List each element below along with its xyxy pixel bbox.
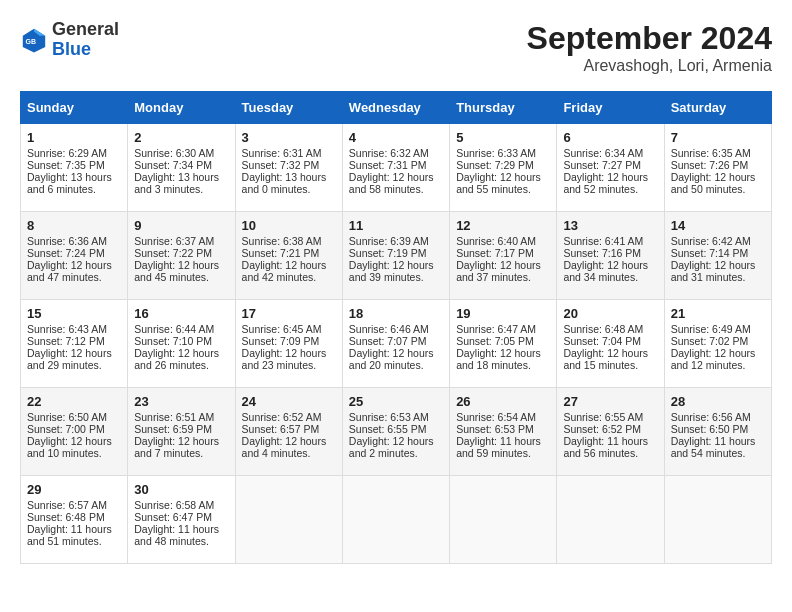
day-info-line: Sunrise: 6:55 AM — [563, 411, 657, 423]
day-info-line: Daylight: 12 hours — [671, 347, 765, 359]
calendar-cell: 8Sunrise: 6:36 AMSunset: 7:24 PMDaylight… — [21, 212, 128, 300]
day-number: 30 — [134, 482, 228, 497]
col-header-wednesday: Wednesday — [342, 92, 449, 124]
day-number: 24 — [242, 394, 336, 409]
day-info-line: and 59 minutes. — [456, 447, 550, 459]
col-header-tuesday: Tuesday — [235, 92, 342, 124]
day-info-line: and 56 minutes. — [563, 447, 657, 459]
calendar-cell: 19Sunrise: 6:47 AMSunset: 7:05 PMDayligh… — [450, 300, 557, 388]
day-info-line: Sunset: 7:21 PM — [242, 247, 336, 259]
calendar-cell: 11Sunrise: 6:39 AMSunset: 7:19 PMDayligh… — [342, 212, 449, 300]
day-info-line: Sunrise: 6:48 AM — [563, 323, 657, 335]
calendar-cell: 13Sunrise: 6:41 AMSunset: 7:16 PMDayligh… — [557, 212, 664, 300]
day-info-line: Sunrise: 6:35 AM — [671, 147, 765, 159]
day-info-line: and 54 minutes. — [671, 447, 765, 459]
day-number: 20 — [563, 306, 657, 321]
day-info-line: Sunset: 6:47 PM — [134, 511, 228, 523]
day-info-line: Daylight: 12 hours — [456, 259, 550, 271]
day-info-line: Sunrise: 6:49 AM — [671, 323, 765, 335]
day-info-line: Sunset: 7:16 PM — [563, 247, 657, 259]
day-number: 22 — [27, 394, 121, 409]
calendar-cell: 24Sunrise: 6:52 AMSunset: 6:57 PMDayligh… — [235, 388, 342, 476]
day-info-line: and 55 minutes. — [456, 183, 550, 195]
day-info-line: and 45 minutes. — [134, 271, 228, 283]
page-header: GB General Blue September 2024 Arevashog… — [20, 20, 772, 75]
day-info-line: Daylight: 12 hours — [27, 259, 121, 271]
day-info-line: Sunset: 6:57 PM — [242, 423, 336, 435]
day-number: 5 — [456, 130, 550, 145]
day-info-line: Sunset: 7:32 PM — [242, 159, 336, 171]
day-number: 26 — [456, 394, 550, 409]
day-info-line: Sunset: 7:31 PM — [349, 159, 443, 171]
day-info-line: Sunrise: 6:39 AM — [349, 235, 443, 247]
day-info-line: and 34 minutes. — [563, 271, 657, 283]
day-info-line: Daylight: 11 hours — [134, 523, 228, 535]
day-info-line: Sunset: 7:07 PM — [349, 335, 443, 347]
day-info-line: Daylight: 12 hours — [242, 435, 336, 447]
calendar-cell: 25Sunrise: 6:53 AMSunset: 6:55 PMDayligh… — [342, 388, 449, 476]
day-info-line: Sunrise: 6:46 AM — [349, 323, 443, 335]
day-info-line: Sunset: 7:35 PM — [27, 159, 121, 171]
day-info-line: Sunset: 7:04 PM — [563, 335, 657, 347]
calendar-cell: 5Sunrise: 6:33 AMSunset: 7:29 PMDaylight… — [450, 124, 557, 212]
day-info-line: and 52 minutes. — [563, 183, 657, 195]
day-info-line: Daylight: 12 hours — [456, 171, 550, 183]
col-header-monday: Monday — [128, 92, 235, 124]
day-info-line: Daylight: 12 hours — [134, 435, 228, 447]
day-info-line: Sunset: 7:05 PM — [456, 335, 550, 347]
day-info-line: Sunrise: 6:37 AM — [134, 235, 228, 247]
day-info-line: Sunrise: 6:33 AM — [456, 147, 550, 159]
day-info-line: Daylight: 11 hours — [27, 523, 121, 535]
day-info-line: Sunrise: 6:31 AM — [242, 147, 336, 159]
day-info-line: and 23 minutes. — [242, 359, 336, 371]
day-info-line: Sunset: 7:22 PM — [134, 247, 228, 259]
calendar-cell: 14Sunrise: 6:42 AMSunset: 7:14 PMDayligh… — [664, 212, 771, 300]
day-number: 3 — [242, 130, 336, 145]
calendar-cell — [235, 476, 342, 564]
day-info-line: Daylight: 11 hours — [456, 435, 550, 447]
day-info-line: Sunrise: 6:51 AM — [134, 411, 228, 423]
day-number: 12 — [456, 218, 550, 233]
day-info-line: Sunrise: 6:58 AM — [134, 499, 228, 511]
day-info-line: Sunrise: 6:36 AM — [27, 235, 121, 247]
day-info-line: Sunset: 7:00 PM — [27, 423, 121, 435]
calendar-cell: 29Sunrise: 6:57 AMSunset: 6:48 PMDayligh… — [21, 476, 128, 564]
day-info-line: Sunrise: 6:45 AM — [242, 323, 336, 335]
calendar-cell: 26Sunrise: 6:54 AMSunset: 6:53 PMDayligh… — [450, 388, 557, 476]
calendar-cell — [342, 476, 449, 564]
calendar-cell: 6Sunrise: 6:34 AMSunset: 7:27 PMDaylight… — [557, 124, 664, 212]
day-info-line: Daylight: 12 hours — [349, 435, 443, 447]
day-info-line: Sunrise: 6:50 AM — [27, 411, 121, 423]
day-number: 18 — [349, 306, 443, 321]
day-info-line: Sunrise: 6:44 AM — [134, 323, 228, 335]
day-info-line: Daylight: 11 hours — [671, 435, 765, 447]
day-number: 21 — [671, 306, 765, 321]
day-info-line: Sunset: 7:10 PM — [134, 335, 228, 347]
month-year-title: September 2024 — [527, 20, 772, 57]
day-info-line: Sunset: 6:52 PM — [563, 423, 657, 435]
day-info-line: and 39 minutes. — [349, 271, 443, 283]
day-info-line: and 42 minutes. — [242, 271, 336, 283]
day-number: 27 — [563, 394, 657, 409]
day-info-line: Sunset: 7:14 PM — [671, 247, 765, 259]
day-number: 14 — [671, 218, 765, 233]
calendar-cell: 3Sunrise: 6:31 AMSunset: 7:32 PMDaylight… — [235, 124, 342, 212]
day-info-line: Sunrise: 6:32 AM — [349, 147, 443, 159]
day-info-line: Daylight: 12 hours — [27, 435, 121, 447]
day-info-line: Daylight: 13 hours — [134, 171, 228, 183]
day-info-line: Daylight: 12 hours — [563, 347, 657, 359]
calendar-cell: 10Sunrise: 6:38 AMSunset: 7:21 PMDayligh… — [235, 212, 342, 300]
day-number: 19 — [456, 306, 550, 321]
day-info-line: Sunset: 7:19 PM — [349, 247, 443, 259]
day-number: 28 — [671, 394, 765, 409]
day-info-line: Sunset: 6:50 PM — [671, 423, 765, 435]
svg-text:GB: GB — [26, 38, 36, 45]
day-info-line: Sunset: 7:26 PM — [671, 159, 765, 171]
day-info-line: and 29 minutes. — [27, 359, 121, 371]
calendar-cell: 9Sunrise: 6:37 AMSunset: 7:22 PMDaylight… — [128, 212, 235, 300]
day-info-line: Sunrise: 6:41 AM — [563, 235, 657, 247]
col-header-sunday: Sunday — [21, 92, 128, 124]
day-number: 11 — [349, 218, 443, 233]
day-info-line: and 4 minutes. — [242, 447, 336, 459]
day-info-line: and 15 minutes. — [563, 359, 657, 371]
